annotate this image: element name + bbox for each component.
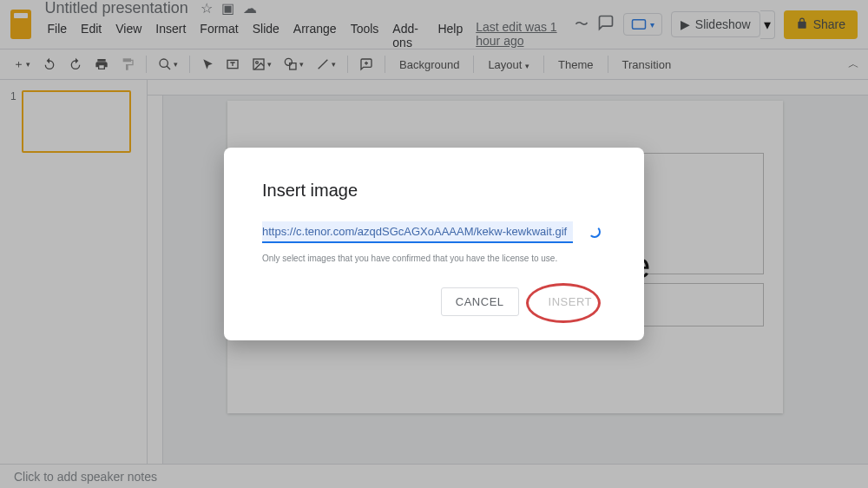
cancel-button[interactable]: CANCEL [441,287,519,316]
insert-image-dialog: Insert image Only select images that you… [224,148,644,340]
modal-overlay: Insert image Only select images that you… [0,0,868,488]
url-input[interactable] [262,221,573,243]
input-row [262,221,606,243]
insert-button[interactable]: INSERT [535,288,606,315]
insert-button-highlight: INSERT [535,288,606,315]
dialog-title: Insert image [262,181,606,201]
loading-spinner-icon [589,226,601,238]
dialog-actions: CANCEL INSERT [262,287,606,316]
dialog-hint: Only select images that you have confirm… [262,254,606,263]
